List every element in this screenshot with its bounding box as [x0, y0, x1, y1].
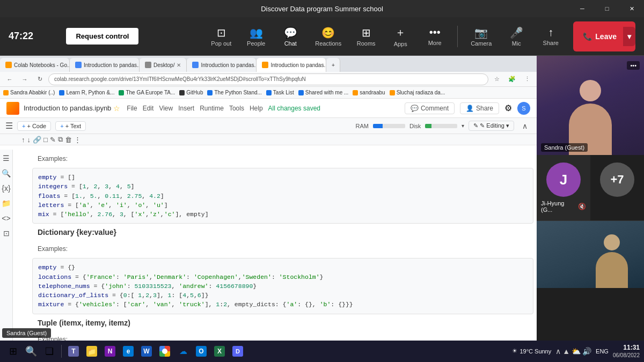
delete-icon[interactable]: 🗑	[65, 136, 72, 144]
people-button[interactable]: 👥 People	[240, 23, 272, 50]
browser-tab-2[interactable]: Introduction to pandas... ✕	[70, 58, 140, 72]
rooms-button[interactable]: ⊞ Rooms	[350, 23, 382, 50]
add-text-button[interactable]: + + Text	[55, 121, 86, 131]
browser-tab-5[interactable]: Introduction to pandas... ✕	[257, 58, 326, 72]
code-cell-2[interactable]: empty = {} locations = {'France': 'Paris…	[32, 258, 533, 314]
search-icon[interactable]: 🔍	[2, 169, 11, 178]
request-control-button[interactable]: Request control	[66, 28, 138, 45]
toc-icon[interactable]: ☰	[3, 154, 10, 162]
back-button[interactable]: ←	[3, 73, 16, 86]
copy-icon[interactable]: ⧉	[58, 135, 63, 144]
edit-cell-icon[interactable]: ✎	[50, 136, 56, 144]
bookmark-2[interactable]: Learn R, Python &...	[59, 90, 114, 95]
address-bar[interactable]: colab.research.google.com/drive/13YmITf6…	[48, 73, 488, 85]
menu-tools[interactable]: Tools	[229, 105, 244, 112]
browser-tab-1[interactable]: Colab Notebooks - Go... ✕	[0, 58, 70, 72]
word-taskbar[interactable]: W	[138, 343, 155, 359]
taskview-button[interactable]: ❏	[41, 343, 58, 360]
link-icon[interactable]: 🔗	[33, 136, 41, 144]
files-icon[interactable]: 📁	[2, 199, 11, 208]
onenote-taskbar[interactable]: N	[101, 343, 119, 359]
leave-label: Leave	[595, 32, 617, 41]
menu-runtime[interactable]: Runtime	[200, 105, 224, 112]
bookmark-3[interactable]: The GA Europe TA...	[119, 90, 175, 95]
forward-button[interactable]: →	[18, 73, 31, 86]
bookmark-5[interactable]: The Python Stand...	[207, 90, 261, 95]
browser-tab-4[interactable]: Introduction to pandas... ✕	[187, 58, 257, 72]
move-down-icon[interactable]: ↓	[27, 136, 31, 144]
explorer-taskbar[interactable]: 📁	[83, 343, 100, 359]
leave-button[interactable]: 📞 Leave ▾	[573, 21, 635, 51]
search-taskbar-button[interactable]: 🔍	[23, 343, 40, 360]
dictionary-heading: Dictionary {key:value}	[38, 228, 528, 237]
cell-body-2[interactable]: empty = [] integers = [1, 2, 3, 4, 5] fl…	[32, 168, 533, 224]
browser-tab-3[interactable]: Desktop/ ✕	[140, 58, 187, 72]
apps-button[interactable]: ＋ Apps	[384, 22, 416, 50]
settings-icon[interactable]: ⚙	[504, 103, 512, 113]
sandra-more-options[interactable]: •••	[627, 61, 640, 70]
menu-insert[interactable]: Insert	[178, 105, 194, 112]
code-cell-1[interactable]: empty = [] integers = [1, 2, 3, 4, 5] fl…	[32, 168, 533, 224]
cell-body-5[interactable]: empty = {} locations = {'France': 'Paris…	[32, 258, 533, 314]
cell-body-1[interactable]: Examples:	[32, 153, 533, 166]
editing-button[interactable]: ✎ ✎ Editing ▾	[469, 121, 514, 131]
cell-body-3[interactable]: Dictionary {key:value}	[32, 226, 533, 241]
browser-menu-button[interactable]: ⋮	[521, 73, 533, 86]
camera-button[interactable]: 📷 Camera	[464, 23, 498, 50]
bookmark-8[interactable]: sandraabu	[353, 90, 385, 95]
menu-view[interactable]: View	[159, 105, 173, 112]
add-code-button[interactable]: + + Code	[17, 121, 51, 131]
excel-taskbar[interactable]: X	[211, 343, 228, 359]
bookmark-4[interactable]: GitHub	[179, 90, 203, 95]
minimize-button[interactable]: ─	[570, 0, 595, 17]
text-cell-3: Examples:	[32, 243, 533, 256]
chat-button[interactable]: 💬 Chat	[274, 23, 306, 50]
left-sidebar-toggle[interactable]: ☰	[5, 121, 13, 131]
cell-body-4[interactable]: Examples:	[32, 243, 533, 256]
star-icon[interactable]: ☆	[113, 104, 120, 113]
bookmark-button[interactable]: ☆	[491, 73, 503, 86]
bookmark-6[interactable]: Task List	[266, 90, 294, 95]
maximize-button[interactable]: □	[595, 0, 619, 17]
terminal-icon[interactable]: ⊡	[3, 229, 10, 238]
edge-taskbar[interactable]: e	[120, 343, 137, 359]
collapse-button[interactable]: ∧	[518, 120, 531, 132]
share-notebook-button[interactable]: 👤 Share	[460, 102, 499, 114]
extensions-button[interactable]: 🧩	[506, 73, 518, 86]
more-cell-icon[interactable]: ⋮	[74, 136, 81, 144]
more-button[interactable]: ••• More	[419, 23, 451, 49]
menu-edit[interactable]: Edit	[143, 105, 154, 112]
tab3-close[interactable]: ✕	[177, 62, 181, 68]
menu-file[interactable]: File	[127, 105, 137, 112]
onedrive-taskbar[interactable]: ☁	[174, 343, 192, 359]
pop-out-button[interactable]: ⊡ Pop out	[204, 23, 238, 50]
bookmark-1[interactable]: Sandra Ababkir (..)	[3, 90, 55, 95]
resource-dropdown[interactable]: ▾	[462, 123, 464, 129]
start-button[interactable]: ⊞	[4, 343, 21, 360]
mic-button[interactable]: 🎤 Mic	[500, 23, 532, 50]
comment-button[interactable]: 💬 Comment	[405, 102, 455, 114]
reactions-button[interactable]: 😊 Reactions	[309, 23, 348, 50]
close-button[interactable]: ✕	[619, 0, 644, 17]
notebook-header-actions: 💬 Comment 👤 Share ⚙ S	[405, 102, 530, 115]
mic-label: Mic	[512, 40, 521, 47]
bookmark-9[interactable]: Sluchaj radiaza da...	[390, 90, 445, 95]
menu-help[interactable]: Help	[250, 105, 263, 112]
new-tab-button[interactable]: +	[326, 58, 340, 72]
move-up-icon[interactable]: ↑	[21, 136, 25, 144]
discord-taskbar[interactable]: D	[229, 343, 246, 359]
code-snippets-icon[interactable]: <>	[2, 214, 10, 223]
leave-chevron-icon[interactable]: ▾	[623, 27, 635, 46]
bookmark-7[interactable]: Shared with me ...	[298, 90, 349, 95]
expand-icon[interactable]: □	[43, 136, 48, 144]
cell-body-6[interactable]: Tuple (itemx, itemy, itemz)	[32, 316, 533, 331]
reload-button[interactable]: ↻	[33, 73, 46, 86]
outlook-taskbar[interactable]: O	[193, 343, 210, 359]
bm5-label: The Python Stand...	[214, 90, 261, 95]
variables-icon[interactable]: {x}	[2, 184, 10, 193]
teams-taskbar[interactable]: T	[65, 343, 82, 359]
share-button[interactable]: ↑ Share	[535, 23, 567, 49]
chrome-taskbar[interactable]	[156, 343, 173, 359]
taskview-icon: ❏	[45, 345, 54, 357]
cell-action-bar: ↑ ↓ 🔗 □ ✎ ⧉ 🗑 ⋮	[0, 134, 537, 145]
